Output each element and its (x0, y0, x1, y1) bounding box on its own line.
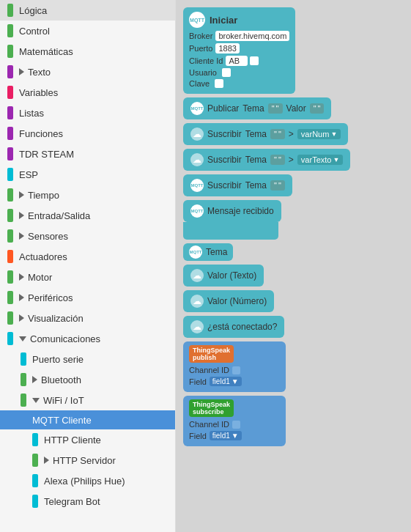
sidebar-item-actuadores[interactable]: Actuadores (0, 246, 175, 267)
sidebar-item-variables[interactable]: Variables (0, 82, 175, 103)
color-bar (21, 352, 26, 366)
sidebar-item-comunicaciones[interactable]: Comunicaciones (0, 328, 175, 349)
sidebar-item-label: Puerto serie (32, 354, 169, 365)
color-bar (7, 168, 13, 181)
field-dropdown-sub[interactable]: field1 ▼ (210, 431, 242, 440)
mqtt-start-block: MQTT Iniciar Broker broker.hivemq.com Pu… (183, 7, 295, 94)
tema-label3: Tema (245, 180, 267, 191)
dropdown-vartexto[interactable]: varTexto ▼ (297, 155, 344, 165)
color-bar (7, 147, 13, 160)
channel-row-pub: Channel ID (189, 366, 280, 374)
publicar-block: MQTT Publicar Tema "" Valor "" (183, 97, 331, 119)
sidebar-item-http-servidor[interactable]: HTTP Servidor (0, 450, 175, 470)
sidebar-item-label: Visualización (28, 313, 169, 324)
triangle-down-icon (32, 398, 40, 403)
sidebar-item-tdr[interactable]: TDR STEAM (0, 144, 175, 164)
triangle-right-icon (19, 212, 24, 219)
sidebar-item-logica[interactable]: Lógica (0, 0, 175, 21)
sidebar-item-listas[interactable]: Listas (0, 103, 175, 123)
color-bar (7, 188, 13, 202)
thingspeak-pub-logo: ThingSpeakpublish (189, 345, 280, 363)
color-bar (21, 394, 26, 407)
sidebar-item-tiempo[interactable]: Tiempo (0, 185, 175, 205)
sidebar-item-label: ESP (19, 169, 169, 180)
sidebar-item-motor[interactable]: Motor (0, 267, 175, 287)
mqtt-small-icon-msg: MQTT (190, 204, 204, 218)
sidebar-item-label: Entrada/Salida (28, 210, 169, 221)
sidebar-item-perifericos[interactable]: Periféricos (0, 287, 175, 308)
mqtt-small-icon: MQTT (190, 102, 204, 115)
sidebar-item-matematicas[interactable]: Matemáticas (0, 41, 175, 62)
thingspeak-sub-logo: ThingSpeaksubscribe (189, 399, 280, 417)
sidebar-item-label: Variables (19, 87, 169, 98)
cloud-icon2 (190, 153, 204, 166)
client-value: AB (226, 56, 248, 66)
block-conectado: ¿está conectado? (183, 316, 404, 338)
tema-label1: Tema (245, 129, 267, 139)
block-iniciar: MQTT Iniciar Broker broker.hivemq.com Pu… (183, 7, 404, 94)
sidebar-item-label: Control (19, 26, 169, 37)
sidebar-item-label: HTTP Servidor (53, 455, 169, 466)
dropdown-varnum[interactable]: varNum ▼ (297, 129, 341, 139)
sidebar-item-alexa[interactable]: Alexa (Philips Hue) (0, 470, 175, 491)
sidebar-item-entrada[interactable]: Entrada/Salida (0, 205, 175, 226)
sidebar-item-label: Periféricos (28, 292, 169, 303)
suscribir3-label: Suscribir (207, 180, 242, 191)
sidebar-item-label: Comunicaciones (30, 333, 169, 344)
string-slot-valor: "" (310, 103, 325, 114)
thingspeak-sub-badge: ThingSpeaksubscribe (189, 399, 234, 417)
suscribir2-label: Suscribir (207, 155, 242, 165)
sidebar-item-label: Bluetooth (41, 374, 169, 385)
field-arrow-icon2: ▼ (232, 432, 239, 440)
sidebar-item-visualizacion[interactable]: Visualización (0, 308, 175, 328)
sidebar-item-mqtt[interactable]: MQTT Cliente (0, 410, 175, 429)
valor-label: Valor (286, 103, 306, 114)
mqtt-small-icon-tema: MQTT (189, 245, 202, 259)
sidebar-item-control[interactable]: Control (0, 21, 175, 41)
color-bar (7, 106, 13, 119)
cloud-icon-vn (190, 295, 204, 308)
valor-numero-label: Valor (Número) (207, 296, 267, 306)
valor-texto-block: Valor (Texto) (183, 265, 264, 287)
tema-block: MQTT Tema (183, 243, 233, 261)
client-row: Cliente Id AB (189, 56, 289, 66)
client-checkbox (250, 56, 259, 65)
color-bar (21, 373, 26, 386)
sidebar-item-bluetooth[interactable]: Bluetooth (0, 369, 175, 390)
triangle-right-icon (19, 232, 24, 240)
sidebar-item-sensores[interactable]: Sensores (0, 226, 175, 246)
block-title: Iniciar (210, 15, 237, 26)
triangle-right-icon (19, 273, 24, 281)
triangle-right-icon (19, 191, 24, 199)
triangle-right-icon (19, 68, 24, 75)
mensaje-label: Mensaje recibido (207, 206, 274, 216)
field-value-sub: field1 (212, 432, 230, 440)
sidebar-item-telegram[interactable]: Telegram Bot (0, 491, 175, 511)
field-dropdown-pub[interactable]: field1 ▼ (210, 377, 242, 386)
main-content: MQTT Iniciar Broker broker.hivemq.com Pu… (176, 0, 411, 532)
sidebar-item-label: Telegram Bot (44, 496, 169, 507)
sidebar-item-funciones[interactable]: Funciones (0, 123, 175, 144)
sidebar-item-puerto[interactable]: Puerto serie (0, 349, 175, 369)
sidebar-item-label: Texto (28, 67, 169, 78)
string-slot-tema: "" (268, 103, 283, 114)
triangle-right-icon (44, 457, 49, 464)
sidebar: Lógica Control Matemáticas Texto Variabl… (0, 0, 176, 532)
suscribir2-block: Suscribir Tema "" > varTexto ▼ (183, 149, 350, 171)
conectado-block: ¿está conectado? (183, 316, 284, 338)
sidebar-item-label: Listas (19, 108, 169, 119)
color-bar (7, 127, 13, 140)
puerto-row: Puerto 1883 (189, 43, 289, 53)
block-publicar: MQTT Publicar Tema "" Valor "" (183, 97, 404, 119)
color-bar (7, 291, 13, 304)
color-bar (7, 4, 13, 17)
thingspeak-sub-block: ThingSpeaksubscribe Channel ID Field fie… (183, 396, 286, 446)
block-suscribir2: Suscribir Tema "" > varTexto ▼ (183, 149, 404, 171)
sidebar-item-esp[interactable]: ESP (0, 164, 175, 185)
sidebar-item-texto[interactable]: Texto (0, 62, 175, 82)
puerto-label: Puerto (189, 44, 212, 53)
sidebar-item-label: Motor (28, 272, 169, 283)
sidebar-item-wifi[interactable]: WiFi / IoT (0, 390, 175, 410)
color-bar (32, 433, 38, 446)
sidebar-item-http-cliente[interactable]: HTTP Cliente (0, 429, 175, 450)
